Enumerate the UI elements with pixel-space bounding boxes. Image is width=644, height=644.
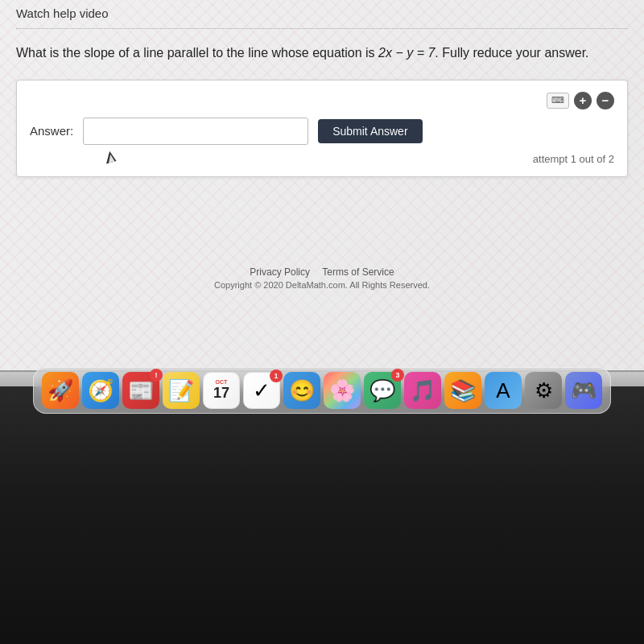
dock-icon-reminders[interactable]: ✓1 xyxy=(243,372,280,409)
question-equation: 2x − y = 7 xyxy=(378,46,435,60)
dock-badge-messages: 3 xyxy=(391,369,404,382)
keyboard-icon: ⌨ xyxy=(551,95,564,105)
question-text-after: . Fully reduce your answer. xyxy=(435,46,588,60)
dock: 🚀🧭📰!📝 OCT 17 ✓1😊🌸💬3🎵📚A⚙🎮 xyxy=(33,367,611,414)
screen-area: Watch help video What is the slope of a … xyxy=(0,0,644,394)
dock-badge-news: ! xyxy=(150,369,163,382)
answer-box-topbar: ⌨ + − xyxy=(30,92,614,109)
laptop-body: ☀F1 ☀F2 ⊞F3 ⠿F4 ✦F5 •F6 ◀◀F7 ▶⏸F8 ▶▶F9 @… xyxy=(0,386,644,644)
plus-icon: + xyxy=(580,94,587,106)
answer-input[interactable] xyxy=(83,118,308,145)
dock-badge-reminders: 1 xyxy=(270,369,283,382)
footer-area: Privacy Policy Terms of Service Copyrigh… xyxy=(0,266,644,290)
minus-icon: − xyxy=(602,94,609,106)
dock-icon-safari[interactable]: 🧭 xyxy=(82,372,119,409)
watch-help-link[interactable]: Watch help video xyxy=(16,6,109,20)
question-text-before: What is the slope of a line parallel to … xyxy=(16,46,378,60)
dock-icon-calendar[interactable]: OCT 17 xyxy=(203,372,240,409)
answer-row: Answer: Submit Answer xyxy=(30,118,614,145)
dock-icon-discord[interactable]: 🎮 xyxy=(565,372,602,409)
footer-copyright: Copyright © 2020 DeltaMath.com. All Righ… xyxy=(0,280,644,290)
dock-area: 🚀🧭📰!📝 OCT 17 ✓1😊🌸💬3🎵📚A⚙🎮 xyxy=(0,361,644,417)
dock-icon-news[interactable]: 📰! xyxy=(122,372,159,409)
dock-icon-finder[interactable]: 😊 xyxy=(283,372,320,409)
dock-icon-photos[interactable]: 🌸 xyxy=(324,372,361,409)
submit-answer-button[interactable]: Submit Answer xyxy=(318,119,422,143)
terms-of-service-link[interactable]: Terms of Service xyxy=(322,266,394,278)
page-content: Watch help video What is the slope of a … xyxy=(0,0,644,177)
keyboard-toggle-button[interactable]: ⌨ xyxy=(547,93,569,109)
dock-icon-books[interactable]: 📚 xyxy=(444,372,481,409)
dock-icon-messages[interactable]: 💬3 xyxy=(364,372,401,409)
section-divider xyxy=(16,28,628,29)
expand-button[interactable]: + xyxy=(574,92,592,109)
attempt-text: attempt 1 out of 2 xyxy=(30,153,614,165)
dock-icon-notes[interactable]: 📝 xyxy=(163,372,200,409)
dock-icon-system-preferences[interactable]: ⚙ xyxy=(525,372,562,409)
dock-icon-itunes[interactable]: 🎵 xyxy=(404,372,441,409)
footer-links: Privacy Policy Terms of Service xyxy=(0,266,644,278)
dock-icon-app-store[interactable]: A xyxy=(485,372,522,409)
question-text: What is the slope of a line parallel to … xyxy=(16,43,596,64)
collapse-button[interactable]: − xyxy=(597,92,614,109)
privacy-policy-link[interactable]: Privacy Policy xyxy=(250,266,310,278)
answer-label: Answer: xyxy=(30,124,73,138)
dock-icon-launchpad[interactable]: 🚀 xyxy=(42,372,79,409)
